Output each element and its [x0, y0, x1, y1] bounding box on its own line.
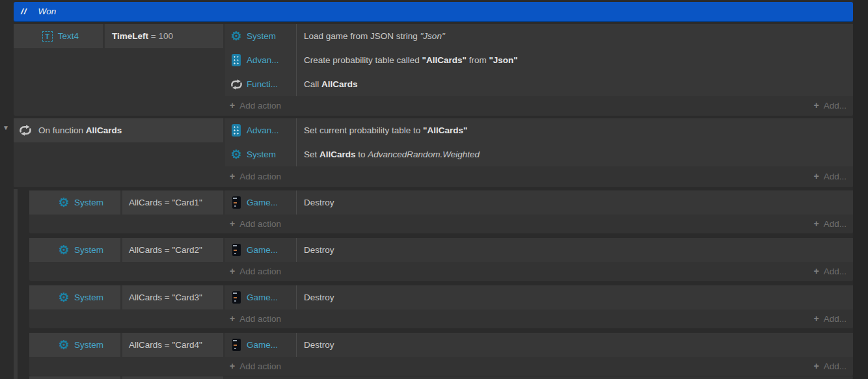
action-row[interactable]: Game... Destroy: [225, 238, 853, 262]
add-action-link[interactable]: +Add action: [230, 100, 281, 111]
action-plugin-cell: Game...: [225, 285, 297, 309]
add-more-link[interactable]: +Add...: [814, 266, 847, 276]
add-row: +Add action +Add...: [225, 96, 853, 116]
action-plugin-cell: Advan...: [225, 118, 297, 142]
condition-text: AllCards = "Card1": [129, 198, 202, 207]
sheet-right-margin: [853, 0, 868, 379]
condition-text: AllCards = "Card3": [129, 293, 202, 302]
plus-icon: +: [814, 266, 819, 276]
dice-icon: [229, 54, 243, 66]
action-text: Set AllCards to AdvancedRandom.Weighted: [297, 142, 853, 166]
plugin-name: Advan...: [247, 125, 279, 135]
action-text: Destroy: [297, 285, 853, 309]
expander-icon[interactable]: ▼: [3, 125, 9, 131]
object-name: System: [74, 340, 103, 350]
condition-object-cell[interactable]: ⚙ System: [29, 190, 120, 215]
add-row: +Add action +Add...: [225, 262, 853, 281]
condition-object-cell[interactable]: ⚙ System: [29, 333, 120, 357]
action-text: Destroy: [297, 333, 853, 357]
condition-cell[interactable]: TimeLeft = 100: [105, 24, 223, 48]
plugin-name: System: [247, 150, 276, 159]
action-plugin-cell: Functi...: [225, 72, 297, 96]
condition-object-cell[interactable]: ⚙ System: [29, 285, 120, 309]
action-row[interactable]: Game... Destroy: [225, 333, 853, 357]
action-row[interactable]: Advan... Create probability table called…: [225, 48, 853, 72]
text-object-icon: T: [40, 31, 55, 42]
add-action-link[interactable]: +Add action: [230, 266, 281, 276]
object-name: Text4: [58, 31, 79, 41]
action-row[interactable]: Game... Destroy: [225, 190, 853, 215]
subevent-block-card2[interactable]: ⚙ System AllCards = "Card2" Game... Dest…: [29, 238, 853, 281]
action-plugin-cell: ⚙ System: [225, 24, 297, 48]
action-text: Call AllCards: [297, 72, 853, 96]
condition-cell[interactable]: On function AllCards: [14, 118, 223, 142]
action-plugin-cell: Game...: [225, 238, 297, 262]
object-name: System: [74, 245, 103, 255]
plugin-name: Functi...: [247, 79, 278, 89]
gear-icon: ⚙: [57, 196, 71, 209]
plus-icon: +: [814, 313, 819, 324]
condition-cell[interactable]: AllCards = "Card1": [122, 190, 223, 215]
condition-text: AllCards = "Card2": [129, 245, 202, 255]
condition-comparison: = 100: [148, 31, 173, 41]
add-action-link[interactable]: +Add action: [230, 313, 281, 324]
condition-cell[interactable]: AllCards = "Card3": [122, 285, 223, 309]
add-row: +Add action +Add...: [225, 215, 853, 233]
card-sprite-icon: [229, 244, 243, 256]
event-block-setup[interactable]: T Text4 TimeLeft = 100 ⚙ System Load gam…: [14, 24, 853, 116]
condition-object-cell[interactable]: T Text4: [14, 24, 103, 48]
add-more-link[interactable]: +Add...: [814, 100, 847, 111]
plugin-name: System: [247, 31, 276, 41]
subevent-scope-line: [14, 189, 18, 379]
condition-cell[interactable]: AllCards = "Card2": [122, 238, 223, 262]
add-more-link[interactable]: +Add...: [814, 171, 847, 181]
gear-icon: ⚙: [57, 339, 71, 351]
add-action-link[interactable]: +Add action: [230, 361, 281, 371]
subevent-block-card4[interactable]: ⚙ System AllCards = "Card4" Game... Dest…: [29, 333, 853, 376]
subevent-block-card3[interactable]: ⚙ System AllCards = "Card3" Game... Dest…: [29, 285, 853, 328]
condition-text: AllCards = "Card4": [129, 340, 202, 350]
plugin-name: Game...: [247, 245, 278, 255]
partial-event-block: [29, 376, 853, 379]
comment-block[interactable]: // Won: [14, 2, 853, 22]
object-name: System: [74, 198, 103, 207]
event-block-function[interactable]: On function AllCards Advan... Set curren…: [14, 118, 853, 187]
add-more-link[interactable]: +Add...: [814, 218, 847, 229]
action-row[interactable]: Game... Destroy: [225, 285, 853, 309]
add-more-link[interactable]: +Add...: [814, 361, 847, 371]
function-icon: [229, 79, 243, 90]
add-more-link[interactable]: +Add...: [814, 313, 847, 324]
action-plugin-cell: Game...: [225, 333, 297, 357]
add-action-link[interactable]: +Add action: [230, 218, 281, 229]
action-row[interactable]: Functi... Call AllCards: [225, 72, 853, 96]
action-text: Destroy: [297, 190, 853, 215]
event-sheet: // Won ▼ T Text4 TimeLeft = 100 ⚙ System…: [0, 0, 868, 379]
comment-text: Won: [38, 7, 57, 16]
plugin-name: Advan...: [247, 55, 279, 65]
card-sprite-icon: [229, 339, 243, 351]
plus-icon: +: [230, 100, 235, 111]
action-row[interactable]: ⚙ System Set AllCards to AdvancedRandom.…: [225, 142, 853, 166]
condition-object-cell[interactable]: ⚙ System: [29, 238, 120, 262]
card-sprite-icon: [229, 196, 243, 209]
plugin-name: Game...: [247, 340, 278, 350]
plus-icon: +: [230, 313, 235, 324]
action-plugin-cell: Game...: [225, 190, 297, 215]
action-text: Set current probability table to "AllCar…: [297, 118, 853, 142]
add-row: +Add action +Add...: [225, 309, 853, 328]
gear-icon: ⚙: [57, 291, 71, 304]
condition-text: On function AllCards: [38, 125, 122, 135]
action-row[interactable]: ⚙ System Load game from JSON string "Jso…: [225, 24, 853, 48]
action-row[interactable]: Advan... Set current probability table t…: [225, 118, 853, 142]
plus-icon: +: [814, 361, 819, 371]
gear-icon: ⚙: [229, 148, 243, 161]
add-row: +Add action +Add...: [225, 357, 853, 376]
subevent-block-card1[interactable]: ⚙ System AllCards = "Card1" Game... Dest…: [29, 190, 853, 233]
comment-marker: //: [21, 7, 27, 16]
dice-icon: [229, 124, 243, 137]
plus-icon: +: [230, 266, 235, 276]
add-action-link[interactable]: +Add action: [230, 171, 281, 181]
action-plugin-cell: Advan...: [225, 48, 297, 72]
card-sprite-icon: [229, 291, 243, 304]
condition-cell[interactable]: AllCards = "Card4": [122, 333, 223, 357]
